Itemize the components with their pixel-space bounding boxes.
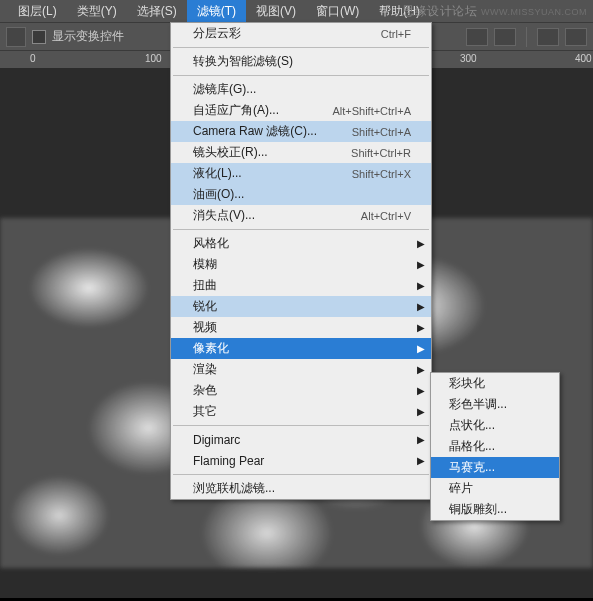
menu-item-label: 转换为智能滤镜(S) (193, 53, 293, 70)
menu-item-label: Digimarc (193, 433, 240, 447)
watermark: 思缘设计论坛WWW.MISSYUAN.COM (402, 3, 587, 20)
submenu-arrow-icon: ▶ (417, 406, 425, 417)
menu-item-label: 风格化 (193, 235, 229, 252)
menu-item-2[interactable]: 转换为智能滤镜(S) (171, 51, 431, 72)
submenu-item-3[interactable]: 晶格化... (431, 436, 559, 457)
distribute-button-2[interactable] (565, 28, 587, 46)
show-transform-label: 显示变换控件 (52, 28, 124, 45)
menubar-item-2[interactable]: 选择(S) (127, 0, 187, 23)
menu-item-shortcut: Alt+Ctrl+V (361, 210, 411, 222)
menu-item-18[interactable]: 渲染▶ (171, 359, 431, 380)
menu-item-label: 液化(L)... (193, 165, 242, 182)
submenu-arrow-icon: ▶ (417, 343, 425, 354)
submenu-item-6[interactable]: 铜版雕刻... (431, 499, 559, 520)
menu-item-22[interactable]: Digimarc▶ (171, 429, 431, 450)
submenu-arrow-icon: ▶ (417, 238, 425, 249)
menu-item-label: 渲染 (193, 361, 217, 378)
menu-item-label: 扭曲 (193, 277, 217, 294)
submenu-item-4[interactable]: 马赛克... (431, 457, 559, 478)
submenu-arrow-icon: ▶ (417, 434, 425, 445)
submenu-arrow-icon: ▶ (417, 280, 425, 291)
submenu-arrow-icon: ▶ (417, 301, 425, 312)
menu-item-label: Flaming Pear (193, 454, 264, 468)
menu-item-0[interactable]: 分层云彩Ctrl+F (171, 23, 431, 44)
menubar-item-3[interactable]: 滤镜(T) (187, 0, 246, 23)
menu-item-16[interactable]: 视频▶ (171, 317, 431, 338)
menu-item-7[interactable]: 镜头校正(R)...Shift+Ctrl+R (171, 142, 431, 163)
menu-item-23[interactable]: Flaming Pear▶ (171, 450, 431, 471)
align-button-2[interactable] (494, 28, 516, 46)
submenu-arrow-icon: ▶ (417, 385, 425, 396)
menu-item-shortcut: Ctrl+F (381, 28, 411, 40)
submenu-arrow-icon: ▶ (417, 455, 425, 466)
menu-item-25[interactable]: 浏览联机滤镜... (171, 478, 431, 499)
menu-item-label: 锐化 (193, 298, 217, 315)
menu-item-label: 消失点(V)... (193, 207, 255, 224)
menu-item-label: 自适应广角(A)... (193, 102, 279, 119)
menu-item-19[interactable]: 杂色▶ (171, 380, 431, 401)
menu-item-5[interactable]: 自适应广角(A)...Alt+Shift+Ctrl+A (171, 100, 431, 121)
pixelate-submenu: 彩块化彩色半调...点状化...晶格化...马赛克...碎片铜版雕刻... (430, 372, 560, 521)
menu-item-12[interactable]: 风格化▶ (171, 233, 431, 254)
submenu-item-5[interactable]: 碎片 (431, 478, 559, 499)
menu-separator (173, 474, 429, 475)
menubar-item-5[interactable]: 窗口(W) (306, 0, 369, 23)
menu-separator (173, 229, 429, 230)
menu-item-label: 像素化 (193, 340, 229, 357)
submenu-arrow-icon: ▶ (417, 322, 425, 333)
menu-item-label: 视频 (193, 319, 217, 336)
menu-item-15[interactable]: 锐化▶ (171, 296, 431, 317)
menu-item-shortcut: Shift+Ctrl+A (352, 126, 411, 138)
menubar-item-1[interactable]: 类型(Y) (67, 0, 127, 23)
menu-item-4[interactable]: 滤镜库(G)... (171, 79, 431, 100)
menu-item-label: 油画(O)... (193, 186, 244, 203)
submenu-arrow-icon: ▶ (417, 259, 425, 270)
menu-separator (173, 47, 429, 48)
menu-item-14[interactable]: 扭曲▶ (171, 275, 431, 296)
menu-item-6[interactable]: Camera Raw 滤镜(C)...Shift+Ctrl+A (171, 121, 431, 142)
distribute-button-1[interactable] (537, 28, 559, 46)
submenu-arrow-icon: ▶ (417, 364, 425, 375)
menu-item-label: Camera Raw 滤镜(C)... (193, 123, 317, 140)
menu-item-20[interactable]: 其它▶ (171, 401, 431, 422)
filter-menu-dropdown: 分层云彩Ctrl+F转换为智能滤镜(S)滤镜库(G)...自适应广角(A)...… (170, 22, 432, 500)
menu-item-13[interactable]: 模糊▶ (171, 254, 431, 275)
menu-item-shortcut: Alt+Shift+Ctrl+A (332, 105, 411, 117)
toolbar-separator (526, 27, 527, 47)
menubar-item-0[interactable]: 图层(L) (8, 0, 67, 23)
submenu-item-1[interactable]: 彩色半调... (431, 394, 559, 415)
align-button-1[interactable] (466, 28, 488, 46)
menu-item-shortcut: Shift+Ctrl+X (352, 168, 411, 180)
move-tool-icon[interactable] (6, 27, 26, 47)
menu-item-label: 杂色 (193, 382, 217, 399)
menu-item-10[interactable]: 消失点(V)...Alt+Ctrl+V (171, 205, 431, 226)
menu-separator (173, 75, 429, 76)
menu-item-shortcut: Shift+Ctrl+R (351, 147, 411, 159)
menu-item-9[interactable]: 油画(O)... (171, 184, 431, 205)
menu-item-17[interactable]: 像素化▶ (171, 338, 431, 359)
menu-item-label: 其它 (193, 403, 217, 420)
menu-separator (173, 425, 429, 426)
menubar-item-4[interactable]: 视图(V) (246, 0, 306, 23)
menu-item-label: 模糊 (193, 256, 217, 273)
submenu-item-0[interactable]: 彩块化 (431, 373, 559, 394)
menu-item-label: 镜头校正(R)... (193, 144, 268, 161)
menu-item-label: 分层云彩 (193, 25, 241, 42)
menu-item-label: 浏览联机滤镜... (193, 480, 275, 497)
submenu-item-2[interactable]: 点状化... (431, 415, 559, 436)
menu-item-label: 滤镜库(G)... (193, 81, 256, 98)
menu-item-8[interactable]: 液化(L)...Shift+Ctrl+X (171, 163, 431, 184)
show-transform-checkbox[interactable] (32, 30, 46, 44)
